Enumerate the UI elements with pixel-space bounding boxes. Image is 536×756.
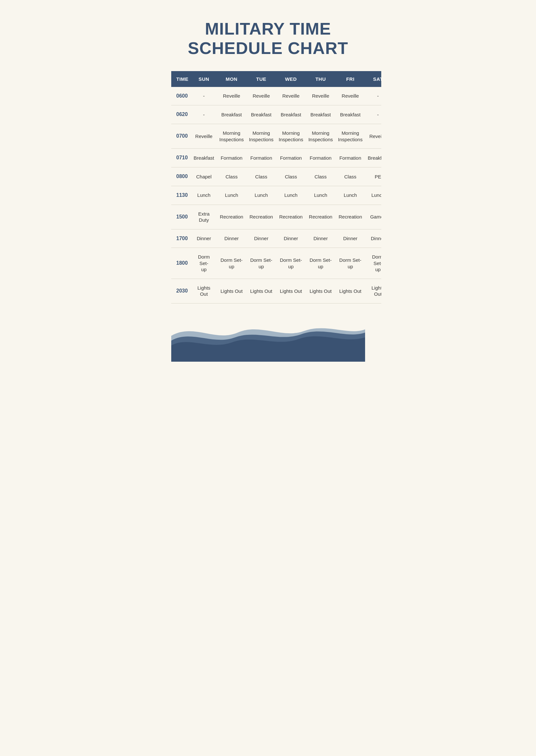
cell-7-mon: Dinner <box>217 229 247 248</box>
col-header-wed: WED <box>276 71 306 87</box>
cell-3-sun: Breakfast <box>191 149 217 167</box>
cell-2-sun: Reveille <box>191 124 217 149</box>
cell-9-thu: Lights Out <box>306 279 335 303</box>
cell-3-mon: Formation <box>217 149 247 167</box>
cell-5-sun: Lunch <box>191 186 217 205</box>
cell-6-tue: Recreation <box>247 205 276 229</box>
cell-1-tue: Breakfast <box>247 105 276 124</box>
cell-5-mon: Lunch <box>217 186 247 205</box>
cell-6-sun: Extra Duty <box>191 205 217 229</box>
col-header-time: TIME <box>171 71 191 87</box>
cell-4-sun: Chapel <box>191 167 217 186</box>
cell-8-time: 1800 <box>171 248 191 279</box>
schedule-table: TIME SUN MON TUE WED THU FRI SAT 0600-Re… <box>171 71 381 303</box>
cell-0-tue: Reveille <box>247 87 276 105</box>
cell-3-fri: Formation <box>335 149 365 167</box>
table-header-row: TIME SUN MON TUE WED THU FRI SAT <box>171 71 381 87</box>
cell-1-time: 0620 <box>171 105 191 124</box>
cell-6-wed: Recreation <box>276 205 306 229</box>
cell-0-fri: Reveille <box>335 87 365 105</box>
cell-8-sun: Dorm Set-up <box>191 248 217 279</box>
cell-6-thu: Recreation <box>306 205 335 229</box>
cell-8-mon: Dorm Set-up <box>217 248 247 279</box>
cell-5-time: 1130 <box>171 186 191 205</box>
cell-4-sat: PE <box>365 167 381 186</box>
cell-1-wed: Breakfast <box>276 105 306 124</box>
cell-9-sun: Lights Out <box>191 279 217 303</box>
cell-5-wed: Lunch <box>276 186 306 205</box>
cell-5-fri: Lunch <box>335 186 365 205</box>
page-title: MILITARY TIME SCHEDULE CHART <box>171 19 365 58</box>
col-header-sun: SUN <box>191 71 217 87</box>
cell-2-fri: MorningInspections <box>335 124 365 149</box>
cell-7-sun: Dinner <box>191 229 217 248</box>
cell-1-fri: Breakfast <box>335 105 365 124</box>
table-row: 1700DinnerDinnerDinnerDinnerDinnerDinner… <box>171 229 381 248</box>
cell-4-mon: Class <box>217 167 247 186</box>
table-row: 1800Dorm Set-upDorm Set-upDorm Set-upDor… <box>171 248 381 279</box>
col-header-fri: FRI <box>335 71 365 87</box>
cell-4-fri: Class <box>335 167 365 186</box>
cell-0-mon: Reveille <box>217 87 247 105</box>
cell-2-thu: MorningInspections <box>306 124 335 149</box>
cell-3-wed: Formation <box>276 149 306 167</box>
cell-6-time: 1500 <box>171 205 191 229</box>
cell-2-tue: MorningInspections <box>247 124 276 149</box>
cell-9-mon: Lights Out <box>217 279 247 303</box>
col-header-thu: THU <box>306 71 335 87</box>
cell-4-time: 0800 <box>171 167 191 186</box>
table-row: 0700ReveilleMorningInspectionsMorningIns… <box>171 124 381 149</box>
cell-8-thu: Dorm Set-up <box>306 248 335 279</box>
cell-9-fri: Lights Out <box>335 279 365 303</box>
cell-7-time: 1700 <box>171 229 191 248</box>
cell-4-thu: Class <box>306 167 335 186</box>
cell-5-thu: Lunch <box>306 186 335 205</box>
table-row: 0600-ReveilleReveilleReveilleReveilleRev… <box>171 87 381 105</box>
cell-8-sat: Dorm Set-up <box>365 248 381 279</box>
cell-0-time: 0600 <box>171 87 191 105</box>
wave-decoration <box>171 310 365 362</box>
cell-7-wed: Dinner <box>276 229 306 248</box>
col-header-sat: SAT <box>365 71 381 87</box>
col-header-mon: MON <box>217 71 247 87</box>
cell-1-thu: Breakfast <box>306 105 335 124</box>
cell-0-sun: - <box>191 87 217 105</box>
table-row: 0710BreakfastFormationFormationFormation… <box>171 149 381 167</box>
cell-9-sat: Lights Out <box>365 279 381 303</box>
cell-3-time: 0710 <box>171 149 191 167</box>
cell-1-sun: - <box>191 105 217 124</box>
cell-3-sat: Breakfast <box>365 149 381 167</box>
cell-8-fri: Dorm Set-up <box>335 248 365 279</box>
table-row: 2030Lights OutLights OutLights OutLights… <box>171 279 381 303</box>
cell-3-tue: Formation <box>247 149 276 167</box>
cell-5-sat: Lunch <box>365 186 381 205</box>
cell-8-tue: Dorm Set-up <box>247 248 276 279</box>
cell-3-thu: Formation <box>306 149 335 167</box>
cell-6-fri: Recreation <box>335 205 365 229</box>
cell-6-mon: Recreation <box>217 205 247 229</box>
cell-7-sat: Dinner <box>365 229 381 248</box>
cell-2-sat: Reveille <box>365 124 381 149</box>
cell-0-wed: Reveille <box>276 87 306 105</box>
cell-0-sat: - <box>365 87 381 105</box>
cell-7-tue: Dinner <box>247 229 276 248</box>
page-container: MILITARY TIME SCHEDULE CHART TIME SUN MO… <box>155 0 381 362</box>
cell-8-wed: Dorm Set-up <box>276 248 306 279</box>
cell-2-mon: MorningInspections <box>217 124 247 149</box>
cell-2-wed: MorningInspections <box>276 124 306 149</box>
cell-1-sat: - <box>365 105 381 124</box>
col-header-tue: TUE <box>247 71 276 87</box>
cell-0-thu: Reveille <box>306 87 335 105</box>
cell-1-mon: Breakfast <box>217 105 247 124</box>
cell-5-tue: Lunch <box>247 186 276 205</box>
table-row: 0800ChapelClassClassClassClassClassPE <box>171 167 381 186</box>
cell-4-tue: Class <box>247 167 276 186</box>
cell-7-fri: Dinner <box>335 229 365 248</box>
cell-7-thu: Dinner <box>306 229 335 248</box>
table-row: 1500Extra DutyRecreationRecreationRecrea… <box>171 205 381 229</box>
cell-6-sat: Games <box>365 205 381 229</box>
cell-2-time: 0700 <box>171 124 191 149</box>
cell-9-tue: Lights Out <box>247 279 276 303</box>
cell-9-wed: Lights Out <box>276 279 306 303</box>
cell-4-wed: Class <box>276 167 306 186</box>
